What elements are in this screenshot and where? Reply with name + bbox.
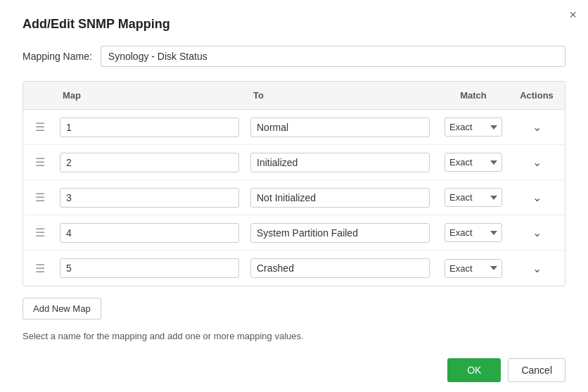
- map-input[interactable]: [60, 188, 239, 208]
- match-select-wrapper: ExactContainsRegex: [438, 259, 509, 278]
- chevron-down-icon[interactable]: ⌄: [527, 223, 547, 242]
- chevron-down-icon[interactable]: ⌄: [527, 118, 547, 137]
- actions-cell: ⌄: [509, 118, 565, 137]
- header-actions: Actions: [509, 87, 565, 103]
- ok-button[interactable]: OK: [447, 358, 501, 382]
- drag-handle-icon[interactable]: ☰: [23, 120, 57, 134]
- table-header: Map To Match Actions: [23, 82, 565, 110]
- match-select[interactable]: ExactContainsRegex: [445, 153, 502, 172]
- match-select[interactable]: ExactContainsRegex: [445, 223, 502, 242]
- map-input[interactable]: [60, 223, 239, 243]
- match-select-wrapper: ExactContainsRegex: [438, 153, 509, 172]
- chevron-down-icon[interactable]: ⌄: [527, 188, 547, 207]
- close-button[interactable]: ×: [569, 8, 577, 21]
- mapping-name-row: Mapping Name:: [23, 46, 565, 67]
- header-to: To: [248, 87, 438, 103]
- table-row: ☰ExactContainsRegex⌄: [23, 110, 565, 145]
- map-input[interactable]: [60, 258, 239, 278]
- to-input[interactable]: [250, 223, 430, 243]
- mapping-table: Map To Match Actions ☰ExactContainsRegex…: [23, 81, 565, 286]
- header-map: Map: [57, 87, 248, 103]
- chevron-down-icon[interactable]: ⌄: [527, 153, 547, 172]
- actions-cell: ⌄: [509, 188, 565, 207]
- footer-buttons: OK Cancel: [23, 358, 565, 382]
- to-input[interactable]: [250, 188, 430, 208]
- table-body: ☰ExactContainsRegex⌄☰ExactContainsRegex⌄…: [23, 110, 565, 286]
- help-text: Select a name for the mapping and add on…: [23, 331, 565, 341]
- match-select[interactable]: ExactContainsRegex: [445, 259, 502, 278]
- to-input[interactable]: [250, 258, 430, 278]
- to-input[interactable]: [250, 153, 430, 172]
- cancel-button[interactable]: Cancel: [508, 358, 565, 382]
- match-select[interactable]: ExactContainsRegex: [445, 118, 502, 137]
- header-match: Match: [438, 87, 509, 103]
- map-input[interactable]: [60, 118, 239, 137]
- drag-handle-icon[interactable]: ☰: [23, 226, 57, 239]
- match-select-wrapper: ExactContainsRegex: [438, 188, 509, 207]
- actions-cell: ⌄: [509, 223, 565, 242]
- match-select-wrapper: ExactContainsRegex: [438, 223, 509, 242]
- drag-handle-icon[interactable]: ☰: [23, 262, 57, 275]
- map-input[interactable]: [60, 153, 239, 172]
- to-input[interactable]: [250, 118, 430, 137]
- table-row: ☰ExactContainsRegex⌄: [23, 251, 565, 286]
- drag-handle-icon[interactable]: ☰: [23, 191, 57, 204]
- actions-cell: ⌄: [509, 259, 565, 278]
- chevron-down-icon[interactable]: ⌄: [527, 259, 547, 278]
- actions-cell: ⌄: [509, 153, 565, 172]
- mapping-name-label: Mapping Name:: [23, 51, 92, 62]
- drag-handle-icon[interactable]: ☰: [23, 156, 57, 169]
- table-row: ☰ExactContainsRegex⌄: [23, 145, 565, 180]
- header-drag: [23, 87, 57, 103]
- add-new-map-button[interactable]: Add New Map: [23, 298, 101, 320]
- table-row: ☰ExactContainsRegex⌄: [23, 215, 565, 251]
- match-select-wrapper: ExactContainsRegex: [438, 118, 509, 137]
- match-select[interactable]: ExactContainsRegex: [445, 188, 502, 207]
- table-row: ☰ExactContainsRegex⌄: [23, 180, 565, 215]
- dialog-title: Add/Edit SNMP Mapping: [23, 17, 565, 32]
- mapping-name-input[interactable]: [101, 46, 565, 67]
- dialog: × Add/Edit SNMP Mapping Mapping Name: Ma…: [0, 0, 588, 392]
